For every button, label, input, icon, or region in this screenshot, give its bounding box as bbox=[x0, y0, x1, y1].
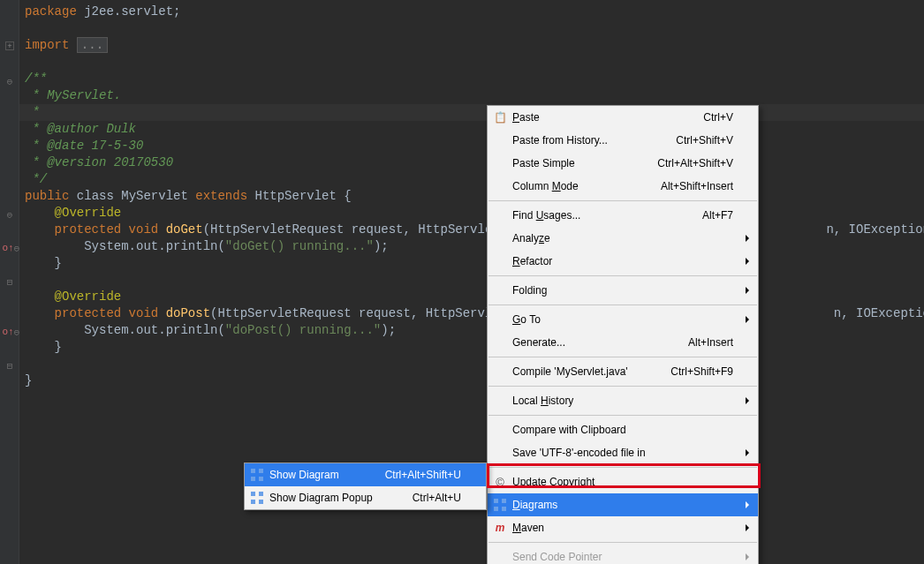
menu-item-show-diagram[interactable]: Show DiagramCtrl+Alt+Shift+U bbox=[245, 463, 486, 486]
context-menu: PasteCtrl+VPaste from History...Ctrl+Shi… bbox=[487, 105, 759, 564]
menu-item-label: Generate... bbox=[512, 336, 565, 349]
submenu-arrow-icon bbox=[746, 235, 749, 242]
menu-item-shortcut: Alt+F7 bbox=[702, 209, 733, 222]
menu-item-local-history[interactable]: Local History bbox=[488, 389, 758, 412]
menu-separator bbox=[489, 415, 757, 416]
diagram-icon bbox=[250, 491, 264, 505]
menu-item-show-diagram-popup[interactable]: Show Diagram PopupCtrl+Alt+U bbox=[245, 486, 486, 509]
menu-item-paste-simple[interactable]: Paste SimpleCtrl+Alt+Shift+V bbox=[488, 152, 758, 175]
menu-item-shortcut: Alt+Insert bbox=[688, 336, 733, 349]
menu-item-shortcut: Ctrl+Alt+U bbox=[413, 492, 461, 504]
menu-item-shortcut: Alt+Shift+Insert bbox=[661, 180, 733, 192]
menu-item-label: Diagrams bbox=[512, 499, 557, 511]
menu-item-label: Refactor bbox=[512, 255, 552, 267]
menu-item-compile-myservlet-java[interactable]: Compile 'MyServlet.java'Ctrl+Shift+F9 bbox=[488, 360, 758, 383]
fold-expand-icon[interactable]: + bbox=[5, 41, 14, 50]
menu-separator bbox=[489, 467, 757, 468]
menu-item-label: Save 'UTF-8'-encoded file in bbox=[512, 447, 646, 459]
menu-item-send-code-pointer: Send Code Pointer bbox=[488, 545, 758, 564]
menu-item-label: Folding bbox=[512, 284, 547, 297]
diagram-icon bbox=[493, 498, 507, 512]
menu-item-maven[interactable]: Maven bbox=[488, 516, 758, 539]
menu-item-label: Paste from History... bbox=[512, 134, 608, 147]
menu-item-diagrams[interactable]: Diagrams bbox=[488, 493, 758, 516]
submenu-arrow-icon bbox=[746, 501, 749, 508]
fold-end-icon[interactable]: ⊟ bbox=[4, 360, 16, 372]
menu-separator bbox=[489, 200, 757, 201]
fold-minus-icon[interactable]: ⊖ bbox=[4, 76, 16, 88]
submenu-arrow-icon bbox=[746, 553, 749, 560]
fold-minus-icon[interactable]: ⊖ bbox=[11, 243, 23, 255]
menu-item-label: Update Copyright bbox=[512, 476, 595, 488]
paste-icon bbox=[493, 110, 507, 124]
menu-separator bbox=[489, 386, 757, 387]
diagram-icon bbox=[250, 468, 264, 482]
menu-item-shortcut: Ctrl+Shift+V bbox=[676, 134, 733, 147]
menu-item-column-mode[interactable]: Column ModeAlt+Shift+Insert bbox=[488, 175, 758, 198]
menu-item-label: Compare with Clipboard bbox=[512, 424, 626, 436]
fold-minus-icon[interactable]: ⊖ bbox=[4, 209, 16, 222]
menu-item-shortcut: Ctrl+Alt+Shift+V bbox=[657, 157, 733, 169]
menu-item-label: Maven bbox=[512, 522, 544, 534]
maven-icon bbox=[493, 521, 507, 535]
menu-item-label: Compile 'MyServlet.java' bbox=[512, 365, 628, 378]
menu-item-label: Go To bbox=[512, 313, 541, 326]
editor-gutter: + ⊖ ⊖ o↑ ⊖ ⊟ o↑ ⊖ ⊟ bbox=[0, 0, 19, 564]
submenu-arrow-icon bbox=[746, 287, 749, 294]
menu-item-label: Local History bbox=[512, 395, 573, 407]
menu-separator bbox=[489, 542, 757, 543]
copyright-icon bbox=[493, 475, 507, 489]
submenu-arrow-icon bbox=[746, 397, 749, 404]
menu-item-refactor[interactable]: Refactor bbox=[488, 250, 758, 273]
menu-item-label: Show Diagram Popup bbox=[269, 492, 373, 504]
menu-item-folding[interactable]: Folding bbox=[488, 279, 758, 302]
menu-item-label: Analyze bbox=[512, 232, 550, 244]
menu-item-generate[interactable]: Generate...Alt+Insert bbox=[488, 331, 758, 354]
menu-item-label: Paste Simple bbox=[512, 157, 575, 169]
menu-item-analyze[interactable]: Analyze bbox=[488, 227, 758, 250]
menu-item-paste-from-history[interactable]: Paste from History...Ctrl+Shift+V bbox=[488, 129, 758, 152]
fold-minus-icon[interactable]: ⊖ bbox=[11, 327, 23, 339]
menu-item-update-copyright[interactable]: Update Copyright bbox=[488, 470, 758, 493]
submenu-arrow-icon bbox=[746, 316, 749, 323]
menu-separator bbox=[489, 305, 757, 305]
menu-item-label: Paste bbox=[512, 111, 540, 124]
menu-item-label: Show Diagram bbox=[269, 469, 339, 481]
menu-item-compare-with-clipboard[interactable]: Compare with Clipboard bbox=[488, 418, 758, 441]
submenu-arrow-icon bbox=[746, 258, 749, 265]
menu-item-go-to[interactable]: Go To bbox=[488, 308, 758, 331]
menu-item-label: Column Mode bbox=[512, 180, 579, 192]
code-editor[interactable]: package j2ee.servlet; import ... /** * M… bbox=[25, 4, 924, 389]
fold-end-icon[interactable]: ⊟ bbox=[4, 276, 16, 289]
import-fold[interactable]: ... bbox=[77, 37, 108, 53]
menu-item-shortcut: Ctrl+V bbox=[703, 111, 733, 124]
menu-item-save-utf-8-encoded-file-in[interactable]: Save 'UTF-8'-encoded file in bbox=[488, 441, 758, 464]
menu-item-find-usages[interactable]: Find Usages...Alt+F7 bbox=[488, 204, 758, 227]
diagrams-submenu: Show DiagramCtrl+Alt+Shift+UShow Diagram… bbox=[244, 462, 487, 510]
menu-item-label: Send Code Pointer bbox=[512, 551, 602, 563]
menu-item-paste[interactable]: PasteCtrl+V bbox=[488, 106, 758, 129]
menu-item-shortcut: Ctrl+Shift+F9 bbox=[670, 365, 733, 378]
menu-item-shortcut: Ctrl+Alt+Shift+U bbox=[385, 469, 461, 481]
menu-separator bbox=[489, 275, 757, 276]
submenu-arrow-icon bbox=[746, 524, 749, 531]
menu-item-label: Find Usages... bbox=[512, 209, 580, 222]
menu-separator bbox=[489, 357, 757, 357]
submenu-arrow-icon bbox=[746, 449, 749, 456]
